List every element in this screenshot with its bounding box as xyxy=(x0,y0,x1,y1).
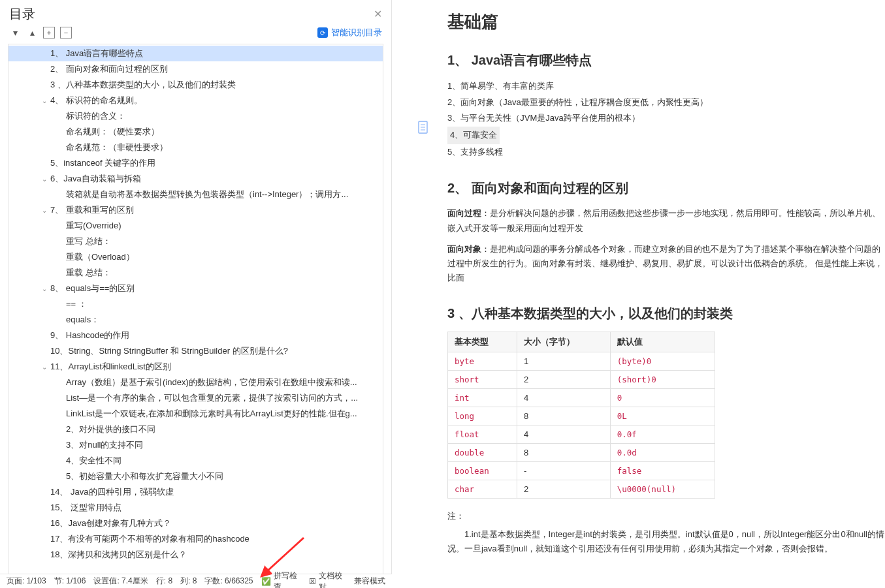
outline-item[interactable]: 重写(Override) xyxy=(8,218,383,234)
table-cell: \u0000(null) xyxy=(610,480,715,498)
table-cell: 0L xyxy=(610,407,715,425)
outline-item[interactable]: 重载（Overload） xyxy=(8,249,383,265)
outline-item-label: 8、 equals与==的区别 xyxy=(49,283,135,294)
outline-item[interactable]: 4、安全性不同 xyxy=(8,453,383,469)
outline-item[interactable]: 10、String、String StringBuffer 和 StringBu… xyxy=(8,343,383,359)
outline-item[interactable]: 装箱就是自动将基本数据类型转换为包装器类型（int-->Integer）；调用方… xyxy=(8,187,383,202)
chevron-down-icon[interactable]: ⌄ xyxy=(40,97,49,104)
outline-item[interactable]: LinkList是一个双链表,在添加和删除元素时具有比ArrayList更好的性… xyxy=(8,406,383,422)
table-row: char2\u0000(null) xyxy=(448,480,715,498)
status-col[interactable]: 列: 8 xyxy=(180,576,197,587)
outline-item[interactable]: ⌄6、Java自动装箱与拆箱 xyxy=(8,171,383,187)
chevron-down-icon[interactable]: ⌄ xyxy=(40,176,49,183)
outline-item[interactable]: 重载 总结： xyxy=(8,265,383,281)
outline-item[interactable]: equals： xyxy=(8,312,383,328)
status-section[interactable]: 节: 1/106 xyxy=(54,576,86,587)
p1-3: 3、与平台无关性（JVM是Java跨平台使用的根本） xyxy=(447,110,885,127)
smart-detect-outline[interactable]: ⟳ 智能识别目录 xyxy=(317,27,382,39)
types-table: 基本类型 大小（字节） 默认值 byte1(byte)0short2(short… xyxy=(447,332,715,499)
outline-item[interactable]: == ： xyxy=(8,296,383,312)
status-row[interactable]: 行: 8 xyxy=(156,576,172,587)
heading-basic: 基础篇 xyxy=(447,10,885,33)
table-cell: (byte)0 xyxy=(610,352,715,370)
table-row: double80.0d xyxy=(448,443,715,461)
remove-item-button[interactable]: − xyxy=(60,27,72,39)
proof-button[interactable]: ☒ 文档校对 xyxy=(309,570,346,589)
chevron-down-icon[interactable]: ⌄ xyxy=(40,207,49,214)
outline-item[interactable]: ⌄4、 标识符的命名规则。 xyxy=(8,93,383,108)
outline-title: 目录 xyxy=(9,5,374,23)
outline-item[interactable]: 命名规范：（非硬性要求） xyxy=(8,140,383,155)
outline-item[interactable]: ⌄7、 重载和重写的区别 xyxy=(8,202,383,218)
outline-item[interactable]: Array（数组）是基于索引(index)的数据结构，它使用索引在数组中搜索和读… xyxy=(8,375,383,390)
outline-toolbar: ▾ ▴ + − ⟳ 智能识别目录 xyxy=(0,24,391,44)
outline-item[interactable]: 2、 面向对象和面向过程的区别 xyxy=(8,61,383,77)
p1-5: 5、支持多线程 xyxy=(447,144,885,161)
heading-1: 1、 Java语言有哪些特点 xyxy=(447,52,885,69)
p1-2: 2、面向对象（Java最重要的特性，让程序耦合度更低，内聚性更高） xyxy=(447,95,885,111)
outline-item-label: 17、有没有可能两个不相等的对象有相同的hashcode xyxy=(49,533,249,545)
outline-item[interactable]: 15、 泛型常用特点 xyxy=(8,500,383,516)
outline-item[interactable]: 5、instanceof 关键字的作用 xyxy=(8,155,383,171)
outline-item-label: equals： xyxy=(65,314,99,326)
outline-item-label: 重写(Override) xyxy=(65,220,121,232)
outline-item-label: 5、初始容量大小和每次扩充容量大小不同 xyxy=(65,471,223,482)
status-page[interactable]: 页面: 1/103 xyxy=(7,576,46,587)
outline-item[interactable]: 9、 Hashcode的作用 xyxy=(8,328,383,343)
outline-item[interactable]: 命名规则：（硬性要求） xyxy=(8,124,383,140)
add-item-button[interactable]: + xyxy=(43,27,55,39)
outline-item-label: 3、对null的支持不同 xyxy=(65,439,143,451)
outline-item[interactable]: 标识符的含义： xyxy=(8,108,383,124)
outline-item[interactable]: 重写 总结： xyxy=(8,234,383,249)
th-size: 大小（字节） xyxy=(517,332,611,352)
table-cell: double xyxy=(448,443,517,461)
table-cell: float xyxy=(448,425,517,443)
outline-list[interactable]: 1、 Java语言有哪些特点2、 面向对象和面向过程的区别3 、八种基本数据类型… xyxy=(8,44,383,585)
outline-item-label: Array（数组）是基于索引(index)的数据结构，它使用索引在数组中搜索和读… xyxy=(65,377,357,388)
spellcheck-icon: ✅ xyxy=(261,577,271,586)
outline-item[interactable]: ⌄8、 equals与==的区别 xyxy=(8,281,383,296)
outline-item-label: 命名规则：（硬性要求） xyxy=(65,126,159,138)
outline-item-label: 14、 Java的四种引用，强弱软虚 xyxy=(49,486,174,498)
outline-item-label: 7、 重载和重写的区别 xyxy=(49,204,134,216)
th-default: 默认值 xyxy=(610,332,715,352)
close-icon[interactable]: ✕ xyxy=(374,8,382,20)
heading-3: 3 、八种基本数据类型的大小，以及他们的封装类 xyxy=(447,305,885,322)
outline-item[interactable]: 3 、八种基本数据类型的大小，以及他们的封装类 xyxy=(8,77,383,93)
outline-item-label: 1、 Java语言有哪些特点 xyxy=(49,48,143,59)
status-chars[interactable]: 字数: 6/66325 xyxy=(204,576,253,587)
outline-item-label: LinkList是一个双链表,在添加和删除元素时具有比ArrayList更好的性… xyxy=(65,408,357,420)
outline-item-label: 6、Java自动装箱与拆箱 xyxy=(49,173,141,185)
table-cell: 8 xyxy=(517,407,611,425)
chevron-down-icon[interactable]: ⌄ xyxy=(40,285,49,292)
heading-2: 2、 面向对象和面向过程的区别 xyxy=(447,179,885,197)
outline-item[interactable]: 2、对外提供的接口不同 xyxy=(8,422,383,437)
outline-item[interactable]: ⌄11、ArrayList和linkedList的区别 xyxy=(8,359,383,375)
outline-item[interactable]: 5、初始容量大小和每次扩充容量大小不同 xyxy=(8,469,383,484)
table-cell: 2 xyxy=(517,370,611,388)
spellcheck-button[interactable]: ✅ 拼写检查 xyxy=(261,570,301,589)
outline-item-label: 装箱就是自动将基本数据类型转换为包装器类型（int-->Integer）；调用方… xyxy=(65,189,348,200)
table-cell: boolean xyxy=(448,461,517,480)
document-view: 基础篇 1、 Java语言有哪些特点 1、简单易学、有丰富的类库 2、面向对象（… xyxy=(392,0,885,588)
outline-item[interactable]: 14、 Java的四种引用，强弱软虚 xyxy=(8,484,383,500)
outline-item[interactable]: 1、 Java语言有哪些特点 xyxy=(8,46,383,61)
sec2-proc: 面向过程：是分析解决问题的步骤，然后用函数把这些步骤一步一步地实现，然后用即可。… xyxy=(447,206,885,235)
outline-item[interactable]: 3、对null的支持不同 xyxy=(8,437,383,453)
outline-item[interactable]: 16、Java创建对象有几种方式？ xyxy=(8,516,383,531)
outline-item[interactable]: List—是一个有序的集合，可以包含重复的元素，提供了按索引访问的方式，... xyxy=(8,390,383,406)
chevron-down-icon[interactable]: ⌄ xyxy=(40,364,49,371)
expand-all-button[interactable]: ▴ xyxy=(26,27,38,39)
outline-item-label: 11、ArrayList和linkedList的区别 xyxy=(49,361,171,373)
status-bar: 页面: 1/103 节: 1/106 设置值: 7.4厘米 行: 8 列: 8 … xyxy=(0,574,392,588)
collapse-all-button[interactable]: ▾ xyxy=(9,27,21,39)
outline-item[interactable]: 17、有没有可能两个不相等的对象有相同的hashcode xyxy=(8,531,383,547)
table-row: long80L xyxy=(448,407,715,425)
status-compat[interactable]: 兼容模式 xyxy=(354,576,385,587)
status-setval[interactable]: 设置值: 7.4厘米 xyxy=(93,576,148,587)
outline-item-label: 10、String、String StringBuffer 和 StringBu… xyxy=(49,345,288,357)
table-row: boolean-false xyxy=(448,461,715,480)
outline-item[interactable]: 18、深拷贝和浅拷贝的区别是什么？ xyxy=(8,547,383,563)
outline-item-label: 15、 泛型常用特点 xyxy=(49,502,121,514)
table-cell: - xyxy=(517,461,611,480)
